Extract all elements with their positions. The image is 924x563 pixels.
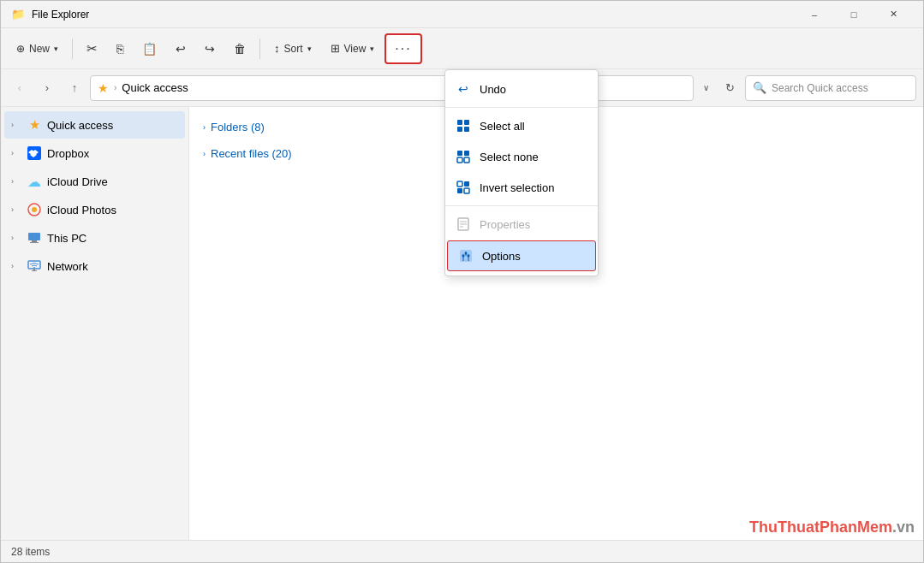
chevron-right-icon: › <box>11 205 21 214</box>
sidebar-item-icloud-drive[interactable]: › ☁ iCloud Drive <box>4 168 185 195</box>
view-icon: ⊞ <box>331 42 340 55</box>
new-dropdown-icon: ▾ <box>54 44 58 53</box>
menu-item-options[interactable]: Options <box>447 240 596 271</box>
network-icon <box>27 258 42 274</box>
svg-rect-15 <box>457 127 462 132</box>
options-icon <box>458 248 474 264</box>
copy-button[interactable]: ⎘ <box>108 33 132 64</box>
svg-rect-19 <box>457 157 462 163</box>
menu-item-invert-selection[interactable]: Invert selection <box>445 172 598 203</box>
watermark-phan: PhanMem <box>820 519 892 536</box>
sort-label: Sort <box>284 43 303 55</box>
sidebar-icloud-drive-label: iCloud Drive <box>47 175 108 188</box>
view-button[interactable]: ⊞ View ▾ <box>322 33 384 64</box>
sidebar-item-network[interactable]: › Network <box>4 252 185 280</box>
folders-chevron: › <box>203 123 206 132</box>
address-input[interactable]: ★ › Quick access <box>90 75 694 101</box>
refresh-button[interactable]: ↻ <box>718 76 742 100</box>
menu-properties-label: Properties <box>480 218 530 231</box>
sidebar-dropbox-label: Dropbox <box>47 147 89 160</box>
rename-icon: ↩ <box>176 42 186 56</box>
sidebar-item-dropbox[interactable]: › Dropbox <box>4 139 185 167</box>
svg-rect-12 <box>32 270 37 271</box>
new-button[interactable]: ⊕ New ▾ <box>8 33 67 64</box>
sidebar-item-this-pc[interactable]: › This PC <box>4 224 185 252</box>
cut-button[interactable]: ✂ <box>78 33 106 64</box>
menu-invert-selection-label: Invert selection <box>480 181 554 194</box>
status-bar: 28 items <box>1 540 923 562</box>
svg-rect-17 <box>457 151 462 156</box>
chevron-right-icon: › <box>11 262 21 270</box>
paste-icon: 📋 <box>142 42 157 56</box>
star-icon: ★ <box>27 117 42 133</box>
menu-item-undo[interactable]: ↩ Undo <box>445 74 598 104</box>
recent-files-group-label: Recent files (20) <box>211 147 292 160</box>
sort-button[interactable]: ↕ Sort ▾ <box>265 33 320 64</box>
window-controls: – □ ✕ <box>795 1 913 28</box>
menu-undo-label: Undo <box>480 83 506 96</box>
more-button[interactable]: ··· <box>385 33 421 64</box>
sidebar-item-icloud-photos[interactable]: › iCloud Photos <box>4 196 185 223</box>
close-button[interactable]: ✕ <box>873 1 913 28</box>
rename-button[interactable]: ↩ <box>167 33 194 64</box>
up-button[interactable]: ↑ <box>63 76 86 100</box>
sidebar-network-label: Network <box>47 260 88 273</box>
svg-rect-14 <box>464 120 469 125</box>
path-chevron: › <box>114 83 116 92</box>
svg-rect-7 <box>32 240 37 242</box>
sidebar-quick-access-label: Quick access <box>47 119 113 132</box>
invert-selection-icon <box>456 180 471 195</box>
menu-select-none-label: Select none <box>480 151 539 163</box>
svg-rect-20 <box>464 157 469 163</box>
icloud-photos-icon <box>27 202 42 217</box>
copy-icon: ⎘ <box>116 42 123 56</box>
items-count: 28 items <box>11 546 50 558</box>
share-icon: ↪ <box>205 42 215 56</box>
toolbar: ⊕ New ▾ ✂ ⎘ 📋 ↩ ↪ 🗑 ↕ S <box>1 28 923 69</box>
menu-options-label: Options <box>482 250 521 263</box>
watermark: ThuThuatPhanMem.vn <box>749 519 915 536</box>
sidebar-icloud-photos-label: iCloud Photos <box>47 204 116 216</box>
sort-icon: ↕ <box>274 42 280 55</box>
folders-group-label: Folders (8) <box>211 121 265 133</box>
svg-rect-16 <box>464 127 469 132</box>
delete-icon: 🗑 <box>234 42 246 56</box>
icloud-drive-icon: ☁ <box>27 174 42 189</box>
select-none-icon <box>456 149 471 164</box>
paste-button[interactable]: 📋 <box>134 33 165 64</box>
address-dropdown-button[interactable]: ∨ <box>697 76 714 100</box>
forward-button[interactable]: › <box>35 76 59 100</box>
minimize-button[interactable]: – <box>795 1 834 28</box>
search-icon: 🔍 <box>753 81 766 94</box>
sidebar: › ★ Quick access › Dropbox › ☁ <box>1 107 189 540</box>
cut-icon: ✂ <box>86 41 98 56</box>
delete-button[interactable]: 🗑 <box>225 33 254 64</box>
menu-item-select-none[interactable]: Select none <box>445 141 598 172</box>
title-bar: 📁 File Explorer – □ ✕ <box>1 1 923 28</box>
new-label: New <box>29 43 50 55</box>
chevron-down-icon: ∨ <box>703 83 709 92</box>
dropbox-icon <box>27 145 42 161</box>
menu-select-all-label: Select all <box>480 120 525 133</box>
search-box[interactable]: 🔍 Search Quick access <box>745 75 916 101</box>
sidebar-this-pc-label: This PC <box>47 232 86 245</box>
back-button[interactable]: ‹ <box>8 76 32 100</box>
svg-rect-13 <box>457 120 462 125</box>
share-button[interactable]: ↪ <box>196 33 224 64</box>
menu-separator-2 <box>445 205 598 206</box>
menu-item-select-all[interactable]: Select all <box>445 110 598 141</box>
menu-item-properties: Properties <box>445 209 598 240</box>
svg-rect-8 <box>30 242 39 243</box>
properties-icon <box>456 216 471 232</box>
star-icon: ★ <box>98 81 109 95</box>
sidebar-item-quick-access[interactable]: › ★ Quick access <box>4 111 185 139</box>
menu-separator-1 <box>445 107 598 108</box>
chevron-right-icon: › <box>11 234 21 242</box>
svg-point-10 <box>33 267 35 269</box>
app-icon: 📁 <box>11 8 25 21</box>
maximize-button[interactable]: □ <box>834 1 873 28</box>
address-path: Quick access <box>122 81 188 94</box>
window: 📁 File Explorer – □ ✕ ⊕ New ▾ ✂ ⎘ 📋 ↩ <box>0 0 924 563</box>
view-label: View <box>344 43 367 55</box>
window-title: File Explorer <box>32 9 795 21</box>
